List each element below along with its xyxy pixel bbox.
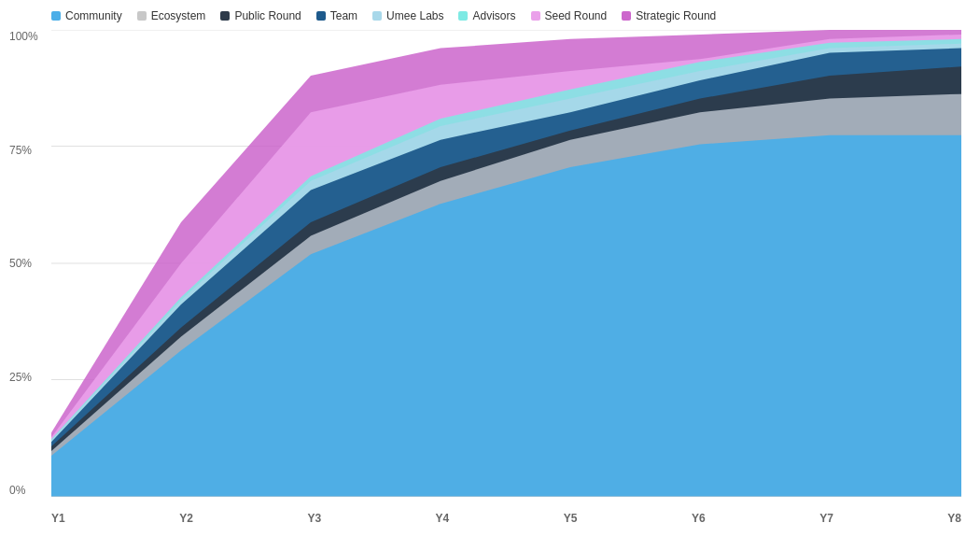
legend-item-public-round: Public Round: [220, 9, 301, 22]
legend-label-seed-round: Seed Round: [545, 9, 608, 22]
legend-item-seed-round: Seed Round: [531, 9, 608, 22]
chart-container: Community Ecosystem Public Round Team Um…: [0, 0, 980, 551]
y-label-75: 75%: [9, 144, 38, 157]
legend-label-community: Community: [65, 9, 122, 22]
x-label-y1: Y1: [51, 512, 65, 525]
chart-legend: Community Ecosystem Public Round Team Um…: [51, 9, 961, 22]
legend-dot-public-round: [220, 11, 230, 21]
y-label-100: 100%: [9, 30, 38, 43]
x-label-y6: Y6: [692, 512, 706, 525]
legend-dot-advisors: [458, 11, 468, 21]
x-axis: Y1 Y2 Y3 Y4 Y5 Y6 Y7 Y8: [51, 512, 961, 525]
y-label-50: 50%: [9, 257, 38, 270]
x-label-y3: Y3: [307, 512, 321, 525]
x-label-y8: Y8: [947, 512, 961, 525]
legend-label-public-round: Public Round: [234, 9, 301, 22]
legend-item-team: Team: [316, 9, 357, 22]
legend-label-advisors: Advisors: [472, 9, 515, 22]
legend-label-umee-labs: Umee Labs: [386, 9, 443, 22]
legend-label-ecosystem: Ecosystem: [151, 9, 206, 22]
legend-item-umee-labs: Umee Labs: [372, 9, 443, 22]
legend-item-advisors: Advisors: [458, 9, 515, 22]
x-label-y2: Y2: [179, 512, 193, 525]
x-label-y5: Y5: [564, 512, 578, 525]
x-label-y7: Y7: [819, 512, 833, 525]
legend-item-strategic-round: Strategic Round: [622, 9, 716, 22]
legend-item-community: Community: [51, 9, 122, 22]
legend-item-ecosystem: Ecosystem: [137, 9, 206, 22]
y-label-25: 25%: [9, 371, 38, 384]
legend-label-strategic-round: Strategic Round: [636, 9, 716, 22]
x-label-y4: Y4: [436, 512, 450, 525]
y-axis: 100% 75% 50% 25% 0%: [9, 30, 38, 497]
legend-dot-community: [51, 11, 61, 21]
legend-label-team: Team: [330, 9, 357, 22]
legend-dot-umee-labs: [372, 11, 382, 21]
area-chart: [51, 30, 961, 497]
legend-dot-seed-round: [531, 11, 540, 21]
legend-dot-team: [316, 11, 326, 21]
y-label-0: 0%: [9, 484, 38, 497]
legend-dot-ecosystem: [137, 11, 147, 21]
legend-dot-strategic-round: [622, 11, 631, 21]
